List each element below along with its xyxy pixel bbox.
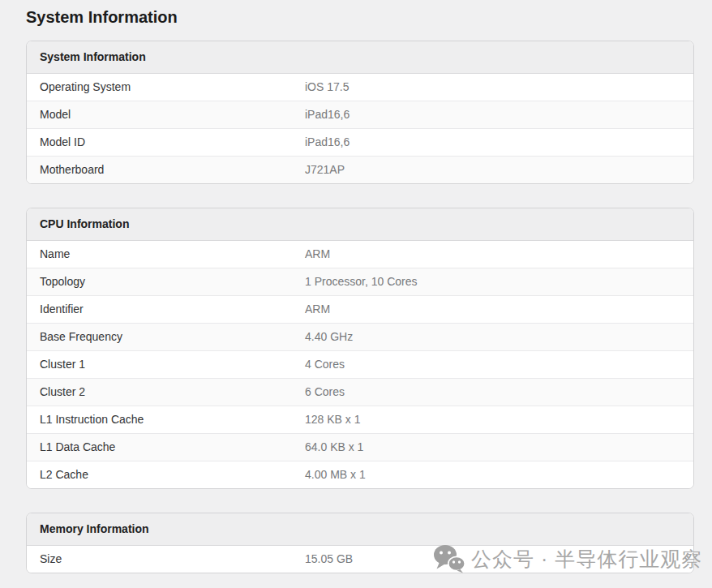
row-base-frequency: Base Frequency 4.40 GHz	[27, 323, 693, 350]
section-body-cpu: Name ARM Topology 1 Processor, 10 Cores …	[27, 241, 693, 488]
section-header-memory: Memory Information	[27, 513, 693, 546]
row-l1-instruction-cache: L1 Instruction Cache 128 KB x 1	[27, 406, 693, 433]
row-operating-system: Operating System iOS 17.5	[27, 74, 693, 101]
section-header-system: System Information	[27, 41, 693, 74]
row-value: ARM	[305, 247, 330, 261]
system-information-card: System Information Operating System iOS …	[26, 41, 694, 184]
row-label: Motherboard	[40, 163, 305, 177]
row-value: iPad16,6	[305, 108, 350, 122]
row-value: 6 Cores	[305, 385, 345, 399]
row-label: Model	[40, 108, 305, 122]
row-label: Model ID	[40, 135, 305, 149]
row-label: L1 Instruction Cache	[40, 413, 305, 427]
page-title: System Information	[26, 8, 712, 26]
row-value: J721AP	[305, 163, 345, 177]
row-topology: Topology 1 Processor, 10 Cores	[27, 268, 693, 295]
row-model: Model iPad16,6	[27, 101, 693, 128]
row-label: Base Frequency	[40, 330, 305, 344]
row-value: 4.00 MB x 1	[305, 468, 366, 482]
row-value: iPad16,6	[305, 135, 350, 149]
row-label: Identifier	[40, 303, 305, 316]
row-identifier: Identifier ARM	[27, 295, 693, 323]
row-label: Cluster 2	[40, 385, 305, 399]
row-cluster-2: Cluster 2 6 Cores	[27, 378, 693, 406]
row-label: Cluster 1	[40, 358, 305, 371]
row-model-id: Model ID iPad16,6	[27, 128, 693, 156]
row-value: 4 Cores	[305, 358, 345, 371]
row-size: Size 15.05 GB	[27, 546, 693, 573]
row-label: Name	[40, 247, 305, 261]
row-label: L1 Data Cache	[40, 440, 305, 454]
row-label: Topology	[40, 275, 305, 289]
row-cluster-1: Cluster 1 4 Cores	[27, 350, 693, 378]
row-value: 64.0 KB x 1	[305, 440, 363, 454]
row-value: 15.05 GB	[305, 552, 353, 566]
cpu-information-card: CPU Information Name ARM Topology 1 Proc…	[26, 208, 694, 489]
row-value: iOS 17.5	[305, 80, 349, 94]
memory-information-card: Memory Information Size 15.05 GB	[26, 513, 694, 573]
row-value: ARM	[305, 303, 330, 316]
row-value: 128 KB x 1	[305, 413, 361, 427]
row-label: L2 Cache	[40, 468, 305, 482]
row-label: Size	[40, 552, 305, 566]
section-header-cpu: CPU Information	[27, 208, 693, 241]
section-body-memory: Size 15.05 GB	[27, 546, 693, 573]
row-l1-data-cache: L1 Data Cache 64.0 KB x 1	[27, 433, 693, 461]
row-motherboard: Motherboard J721AP	[27, 156, 693, 183]
row-value: 1 Processor, 10 Cores	[305, 275, 418, 289]
row-l2-cache: L2 Cache 4.00 MB x 1	[27, 461, 693, 488]
section-body-system: Operating System iOS 17.5 Model iPad16,6…	[27, 74, 693, 183]
row-value: 4.40 GHz	[305, 330, 353, 344]
row-name: Name ARM	[27, 241, 693, 268]
row-label: Operating System	[40, 80, 305, 94]
